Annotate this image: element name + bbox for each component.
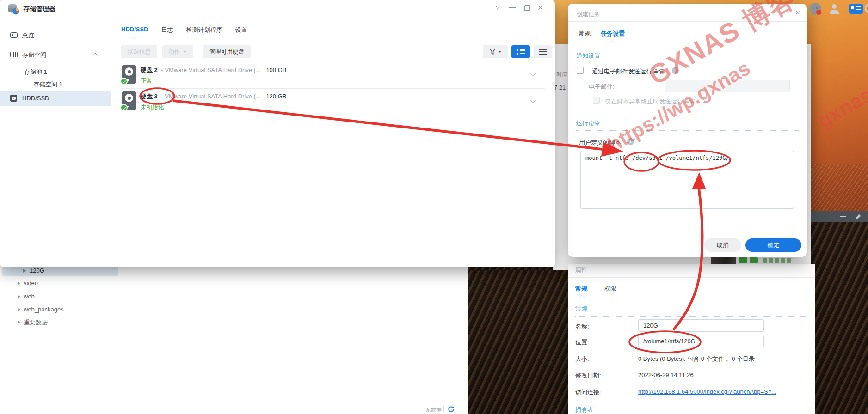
close-icon[interactable]: ✕ <box>537 4 543 11</box>
name-label: 名称: <box>575 323 589 331</box>
expand-chevron-icon[interactable] <box>530 71 536 77</box>
script-textarea[interactable]: mount -t ntfs /dev/sdc1 /volume1/ntfs/12… <box>580 151 794 209</box>
info-icon[interactable]: i <box>627 138 634 145</box>
tree-item-label[interactable]: video <box>24 280 38 286</box>
drive-title: 硬盘 3 - VMware Virtual SATA Hard Drive (.… <box>141 92 286 101</box>
avatar-eye <box>816 7 818 9</box>
drive-name: 硬盘 2 <box>141 67 158 73</box>
info-icon[interactable]: i <box>672 67 679 74</box>
drive-row-2[interactable]: 硬盘 3 - VMware Virtual SATA Hard Drive (.… <box>121 89 545 115</box>
active-tab-notch <box>130 36 136 42</box>
tree-item-video[interactable]: video <box>0 278 118 288</box>
section-divider <box>575 316 807 317</box>
widget-minimize-icon[interactable] <box>840 216 846 217</box>
drive-status: 未初始化 <box>141 104 164 111</box>
tree-item-label[interactable]: 重要数据 <box>24 318 48 327</box>
expand-arrow-icon[interactable] <box>18 281 20 285</box>
user-icon[interactable] <box>829 3 840 15</box>
sidebar-item-storage-space-1[interactable]: 存储空间 1 <box>0 78 111 90</box>
properties-panel: 属性 常规 权限 常规 名称: 位置: 大小: 0 Bytes (0 Bytes… <box>568 264 815 414</box>
tab-task-settings[interactable]: 任务设置 <box>601 30 625 38</box>
tree-item-important-data[interactable]: 重要数据 <box>0 317 118 327</box>
active-tab-notch <box>609 40 616 46</box>
sidebar-item-label[interactable]: 存储池 1 <box>24 68 47 76</box>
tab-log[interactable]: 日志 <box>161 26 173 34</box>
tree-item-web[interactable]: web <box>0 291 118 302</box>
sidebar-item-storage[interactable]: 存储空间 <box>0 48 111 62</box>
drive-size: 100 GB <box>266 67 286 73</box>
background-thumbnail <box>711 257 736 265</box>
notification-avatar-icon[interactable] <box>809 3 821 15</box>
location-field[interactable] <box>638 335 764 347</box>
section-notification: 通知设置 <box>576 52 600 60</box>
maximize-icon[interactable] <box>524 5 530 11</box>
tab-hdd-ssd[interactable]: HDD/SSD <box>121 26 148 34</box>
tab-test-scheduler[interactable]: 检测计划程序 <box>186 26 222 34</box>
minimize-icon[interactable]: — <box>509 3 516 10</box>
tab-permissions[interactable]: 权限 <box>604 285 616 293</box>
tab-settings[interactable]: 设置 <box>235 26 247 34</box>
no-data-label: 无数据 <box>425 406 442 414</box>
sidebar-item-hdd-ssd[interactable]: HDD/SSD <box>0 91 111 106</box>
filter-button[interactable] <box>483 45 508 58</box>
size-label: 大小: <box>575 355 589 363</box>
avatar-eye <box>813 7 814 9</box>
list-divider <box>121 115 545 115</box>
statusbar-divider <box>0 403 459 403</box>
email-checkbox[interactable] <box>577 67 584 74</box>
close-icon[interactable]: × <box>795 9 800 17</box>
healthy-badge-icon <box>120 104 128 111</box>
sidebar-item-label[interactable]: 存储空间 1 <box>33 80 62 89</box>
drive-name: 硬盘 3 <box>141 93 158 100</box>
overview-icon <box>10 32 18 38</box>
manage-drives-button[interactable]: 管理可用硬盘 <box>203 45 251 58</box>
size-value: 0 Bytes (0 Bytes). 包含 0 个文件， 0 个目录 <box>638 355 755 363</box>
script-label: 用户定义的脚本 <box>579 139 621 147</box>
tree-item-label[interactable]: 120G <box>30 267 44 274</box>
tree-item-label[interactable]: web_packages <box>24 306 64 313</box>
sidebar-item-label[interactable]: 总览 <box>22 31 34 40</box>
widgets-icon-line <box>856 6 861 7</box>
compact-view-button[interactable] <box>534 45 552 58</box>
tree-item-label[interactable]: web <box>24 293 35 300</box>
window-title: 存储管理器 <box>23 5 55 13</box>
cancel-button[interactable]: 取消 <box>704 238 741 252</box>
drive-row-1[interactable]: 硬盘 2 - VMware Virtual SATA Hard Drive (.… <box>121 62 545 88</box>
drive-title: 硬盘 2 - VMware Virtual SATA Hard Drive (.… <box>141 66 286 74</box>
refresh-icon[interactable] <box>448 406 455 414</box>
disk-icon <box>122 65 136 84</box>
list-view-button[interactable] <box>511 45 530 58</box>
widgets-icon-line <box>856 9 861 10</box>
expand-chevron-icon[interactable] <box>530 97 536 103</box>
email-input <box>665 80 790 92</box>
sidebar-item-overview[interactable]: 总览 <box>0 29 111 43</box>
name-input[interactable] <box>638 319 764 332</box>
expand-arrow-icon[interactable] <box>18 320 20 324</box>
toolbar-separator <box>198 47 198 56</box>
modified-label: 修改日期: <box>575 371 601 380</box>
location-input[interactable] <box>638 335 764 347</box>
widgets-icon[interactable] <box>849 4 863 14</box>
help-icon[interactable]: ? <box>496 4 499 11</box>
ok-button[interactable]: 确定 <box>745 238 801 252</box>
desktop: 120G video web web_packages 重要数据 无数据 时间 … <box>0 0 868 414</box>
tab-general[interactable]: 常规 <box>575 285 587 293</box>
sidebar-item-label[interactable]: 存储空间 <box>22 51 46 59</box>
drive-desc: - VMware Virtual SATA Hard Drive (... <box>161 67 260 73</box>
properties-title: 属性 <box>575 266 587 274</box>
widget-pin-icon[interactable] <box>855 213 862 220</box>
widget-bar <box>811 211 868 222</box>
sidebar-item-label[interactable]: HDD/SSD <box>22 95 49 102</box>
sidebar-item-storage-pool-1[interactable]: 存储池 1 <box>0 66 111 78</box>
expand-arrow-icon[interactable] <box>23 269 26 273</box>
section-divider <box>576 63 799 63</box>
name-field[interactable] <box>638 319 764 332</box>
expand-arrow-icon[interactable] <box>18 308 20 311</box>
collapse-chevron-icon[interactable] <box>92 53 98 58</box>
menu-icon <box>539 49 547 55</box>
access-link[interactable]: http://192.168.1.64:5000/index.cgi?launc… <box>638 388 776 395</box>
expand-arrow-icon[interactable] <box>18 295 20 298</box>
properties-tab-divider <box>575 298 807 298</box>
tab-general[interactable]: 常规 <box>579 30 591 38</box>
tree-item-web-packages[interactable]: web_packages <box>0 304 118 315</box>
